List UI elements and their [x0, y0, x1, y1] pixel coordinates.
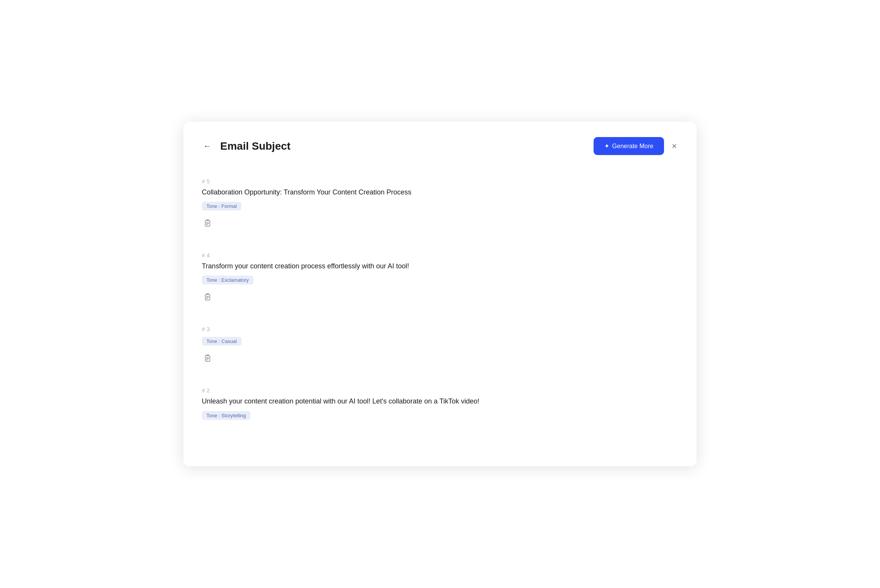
result-item-4: # 4 Transform your content creation proc… — [202, 240, 678, 314]
page-title: Email Subject — [220, 140, 291, 152]
tone-badge-4: Tone : Exclamatory — [202, 276, 254, 284]
item-number-2: # 2 — [202, 387, 678, 394]
tone-badge-3: Tone : Casual — [202, 337, 242, 346]
results-list: # 5 Collaboration Opportunity: Transform… — [183, 163, 697, 466]
item-number-4: # 4 — [202, 252, 678, 258]
close-button[interactable]: × — [670, 140, 678, 152]
modal: ← Email Subject ✦ Generate More × # 5 Co… — [183, 122, 697, 466]
generate-label: Generate More — [612, 143, 654, 150]
clipboard-icon-4 — [203, 293, 211, 301]
header-actions: ✦ Generate More × — [594, 137, 678, 155]
clipboard-icon-5 — [203, 219, 211, 227]
tone-badge-2: Tone : Storytelling — [202, 411, 250, 420]
sparkle-icon: ✦ — [604, 142, 609, 150]
copy-button-4[interactable] — [202, 291, 213, 303]
back-icon: ← — [203, 142, 211, 150]
header-left: ← Email Subject — [202, 140, 291, 152]
close-icon: × — [672, 141, 677, 151]
item-number-3: # 3 — [202, 326, 678, 332]
generate-more-button[interactable]: ✦ Generate More — [594, 137, 664, 155]
copy-button-3[interactable] — [202, 353, 213, 364]
item-text-4: Transform your content creation process … — [202, 261, 678, 271]
clipboard-icon-3 — [203, 354, 211, 363]
result-item-2: # 2 Unleash your content creation potent… — [202, 376, 678, 436]
item-number-5: # 5 — [202, 178, 678, 185]
tone-badge-5: Tone : Formal — [202, 202, 241, 211]
item-text-5: Collaboration Opportunity: Transform You… — [202, 188, 678, 197]
result-item-3: # 3 Tone : Casual — [202, 314, 678, 376]
item-text-2: Unleash your content creation potential … — [202, 397, 678, 406]
copy-button-5[interactable] — [202, 217, 213, 229]
result-item-5: # 5 Collaboration Opportunity: Transform… — [202, 167, 678, 240]
back-button[interactable]: ← — [202, 140, 213, 152]
modal-header: ← Email Subject ✦ Generate More × — [183, 122, 697, 163]
